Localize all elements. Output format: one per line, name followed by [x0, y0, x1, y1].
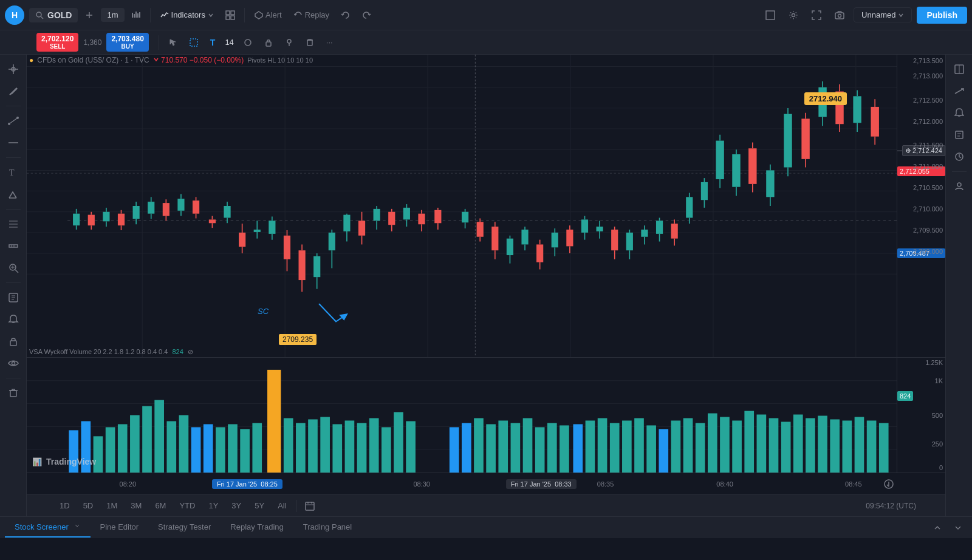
line-icon [8, 115, 19, 126]
svg-rect-254 [332, 424, 342, 473]
tf-3m[interactable]: 3M [125, 499, 148, 513]
redo-icon [361, 10, 371, 20]
crosshair-tool[interactable] [4, 60, 23, 79]
accounts-button[interactable] [950, 177, 969, 196]
tf-1y[interactable]: 1Y [202, 499, 224, 513]
tf-5d[interactable]: 5D [77, 499, 100, 513]
unnamed-button[interactable]: Unnamed [854, 7, 912, 22]
chart-type-button[interactable] [127, 6, 145, 24]
shape-tool[interactable] [239, 36, 257, 49]
camera-icon [835, 10, 844, 20]
history-icon [954, 152, 964, 162]
svg-rect-240 [154, 400, 164, 473]
volume-indicator-label: VSA Wyckoff Volume 20 2.2 1.8 1.2 0.8 0.… [29, 348, 193, 356]
ruler-icon [8, 241, 19, 251]
alert-button[interactable]: Alert [250, 8, 287, 22]
fullscreen-icon-button[interactable] [761, 6, 779, 24]
tf-1m[interactable]: 1M [100, 499, 123, 513]
tab-trading-panel[interactable]: Trading Panel [293, 517, 361, 538]
undo-button[interactable] [337, 6, 355, 24]
chart-container[interactable]: SC 2709.235 2712.940 VSA Wyckoff Volume … [27, 55, 897, 357]
alerts-sidebar-button[interactable] [4, 310, 23, 329]
horizontal-line-tool[interactable] [4, 133, 23, 152]
tf-1d[interactable]: 1D [53, 499, 76, 513]
timeframe-button[interactable]: 1m [101, 8, 124, 22]
svg-rect-7 [137, 13, 139, 18]
svg-rect-257 [369, 418, 379, 473]
text-annotation-tool[interactable]: T [4, 163, 23, 182]
time-highlight-left: Fri 17 Jan '25 08:25 [212, 479, 282, 489]
volume-area: 📊 TradingView 1.25K 1K 824 500 250 0 [27, 357, 945, 473]
svg-rect-97 [209, 219, 216, 223]
svg-point-48 [12, 362, 15, 365]
tab-replay-trading[interactable]: Replay Trading [221, 517, 293, 538]
orders-button[interactable] [950, 125, 969, 145]
divider [244, 8, 245, 22]
svg-rect-249 [267, 370, 281, 473]
panel-controls [928, 519, 967, 537]
pin-tool[interactable] [280, 36, 298, 49]
svg-rect-290 [806, 418, 815, 473]
tab-stock-screener[interactable]: Stock Screener [5, 517, 91, 538]
settings-button[interactable] [784, 6, 803, 24]
svg-rect-285 [744, 411, 754, 473]
more-tools[interactable]: ··· [321, 35, 338, 49]
svg-rect-291 [818, 415, 827, 473]
expand-panel-button[interactable] [950, 60, 969, 79]
chart-and-axis: SC 2709.235 2712.940 VSA Wyckoff Volume … [27, 55, 945, 357]
snapshot-button[interactable] [830, 6, 849, 24]
svg-rect-148 [477, 222, 484, 236]
tf-3y[interactable]: 3Y [225, 499, 247, 513]
redo-button[interactable] [357, 6, 375, 24]
tf-ytd[interactable]: YTD [173, 499, 201, 513]
lock-tool[interactable] [259, 36, 278, 49]
cursor-tool[interactable] [164, 36, 182, 49]
trash-button[interactable] [4, 383, 23, 403]
volume-chart[interactable]: 📊 TradingView [27, 358, 897, 473]
tab-pine-editor[interactable]: Pine Editor [91, 517, 149, 538]
history-button[interactable] [950, 147, 969, 166]
chevron-down-icon [954, 524, 962, 532]
drawing-toolbar: 2,702.120 SELL 1,360 2,703.480 BUY T 14 … [0, 30, 972, 55]
tf-6m[interactable]: 6M [149, 499, 172, 513]
goto-realtime-button[interactable] [883, 479, 894, 492]
fullscreen-button[interactable] [807, 6, 826, 24]
pen-tool[interactable] [4, 81, 23, 101]
zoom-tool[interactable] [4, 258, 23, 278]
watchlist-button[interactable] [4, 288, 23, 307]
delete-tool[interactable] [301, 36, 319, 49]
bar-chart-icon [131, 10, 141, 20]
replay-button[interactable]: Replay [289, 8, 334, 22]
svg-rect-190 [686, 197, 693, 217]
select-tool[interactable] [185, 36, 203, 49]
lock-sidebar-button[interactable] [4, 332, 23, 351]
collapse-up-button[interactable] [928, 519, 946, 537]
line-tool[interactable] [4, 111, 23, 131]
collapse-down-button[interactable] [949, 519, 967, 537]
pattern-tool[interactable] [4, 185, 23, 204]
tv-logo[interactable]: H [5, 5, 24, 25]
templates-button[interactable] [221, 6, 239, 24]
alert-icon [255, 11, 263, 19]
tf-all[interactable]: All [272, 499, 292, 513]
price-level-4: 2,712.000 [913, 118, 943, 125]
top-toolbar: H GOLD 1m Indicators Alert Replay [0, 0, 972, 30]
dropdown-icon [74, 522, 81, 530]
notifications-button[interactable] [950, 103, 969, 123]
text-tool[interactable]: T [205, 35, 221, 50]
measure-tool[interactable] [4, 236, 23, 256]
date-range-button[interactable] [301, 497, 319, 515]
svg-rect-286 [757, 415, 767, 473]
fibonacci-tool[interactable] [4, 214, 23, 234]
svg-rect-100 [224, 206, 230, 218]
tf-5y[interactable]: 5Y [248, 499, 270, 513]
tab-strategy-tester[interactable]: Strategy Tester [148, 517, 221, 538]
buy-sell-button[interactable] [950, 81, 969, 101]
add-symbol-button[interactable] [80, 6, 98, 24]
symbol-search[interactable]: GOLD [29, 8, 78, 22]
eye-button[interactable] [4, 353, 23, 373]
svg-rect-22 [307, 40, 312, 46]
volume-current-badge: 824 [897, 391, 913, 401]
publish-button[interactable]: Publish [917, 7, 967, 24]
indicators-button[interactable]: Indicators [156, 8, 219, 22]
